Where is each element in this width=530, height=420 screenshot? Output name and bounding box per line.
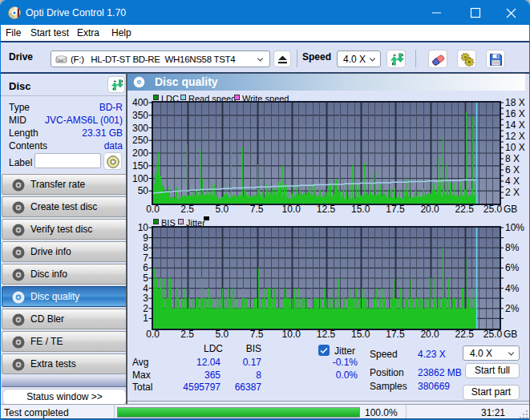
svg-text:5: 5 xyxy=(143,273,148,284)
svg-text:17.5: 17.5 xyxy=(386,204,405,215)
svg-text:100: 100 xyxy=(132,173,148,184)
svg-text:1: 1 xyxy=(143,313,148,324)
svg-text:150: 150 xyxy=(132,160,148,172)
svg-text:22.5: 22.5 xyxy=(455,204,475,215)
svg-text:50: 50 xyxy=(138,185,149,196)
svg-text:2: 2 xyxy=(143,303,148,314)
svg-text:20.0: 20.0 xyxy=(420,204,439,215)
svg-text:300: 300 xyxy=(132,123,148,134)
svg-text:20.0: 20.0 xyxy=(420,329,439,340)
svg-text:5.0: 5.0 xyxy=(216,204,229,215)
svg-text:7: 7 xyxy=(143,252,148,264)
svg-text:6%: 6% xyxy=(505,262,520,273)
svg-text:14 X: 14 X xyxy=(505,119,525,131)
svg-text:3: 3 xyxy=(143,293,148,304)
svg-text:0.0: 0.0 xyxy=(146,329,160,340)
svg-text:25.0: 25.0 xyxy=(483,204,503,215)
svg-text:10 X: 10 X xyxy=(505,142,525,153)
svg-text:6: 6 xyxy=(143,262,148,273)
svg-text:7.5: 7.5 xyxy=(250,204,264,215)
svg-text:8: 8 xyxy=(143,242,148,253)
svg-text:4 X: 4 X xyxy=(505,176,520,187)
svg-text:9: 9 xyxy=(143,232,148,244)
svg-text:350: 350 xyxy=(132,110,148,121)
svg-text:12.5: 12.5 xyxy=(317,329,336,340)
svg-text:2 X: 2 X xyxy=(505,187,520,198)
svg-text:7.5: 7.5 xyxy=(250,329,264,340)
svg-text:0.0: 0.0 xyxy=(146,204,160,215)
svg-text:GB: GB xyxy=(504,329,517,340)
svg-text:4: 4 xyxy=(143,283,148,294)
svg-text:2%: 2% xyxy=(505,303,520,314)
svg-text:4%: 4% xyxy=(505,283,520,294)
svg-text:16 X: 16 X xyxy=(505,108,525,119)
svg-text:12.5: 12.5 xyxy=(317,204,336,215)
svg-text:22.5: 22.5 xyxy=(455,329,475,340)
svg-text:25.0: 25.0 xyxy=(483,329,503,340)
svg-text:250: 250 xyxy=(132,135,148,146)
svg-text:2.5: 2.5 xyxy=(180,204,194,215)
svg-text:12 X: 12 X xyxy=(505,131,525,142)
svg-text:15.0: 15.0 xyxy=(351,204,370,215)
svg-text:10.0: 10.0 xyxy=(282,204,301,215)
svg-text:10%: 10% xyxy=(505,222,524,233)
svg-text:17.5: 17.5 xyxy=(386,329,405,340)
svg-text:5.0: 5.0 xyxy=(216,329,229,340)
svg-text:10.0: 10.0 xyxy=(282,329,301,340)
svg-text:400: 400 xyxy=(132,97,148,108)
svg-text:8 X: 8 X xyxy=(505,153,520,164)
svg-text:15.0: 15.0 xyxy=(351,329,370,340)
svg-text:6 X: 6 X xyxy=(505,164,520,176)
svg-text:200: 200 xyxy=(132,147,148,159)
svg-text:18 X: 18 X xyxy=(505,97,525,108)
svg-text:2.5: 2.5 xyxy=(180,329,194,340)
svg-text:GB: GB xyxy=(504,204,517,215)
svg-text:10: 10 xyxy=(138,222,149,233)
svg-text:8%: 8% xyxy=(505,242,520,253)
